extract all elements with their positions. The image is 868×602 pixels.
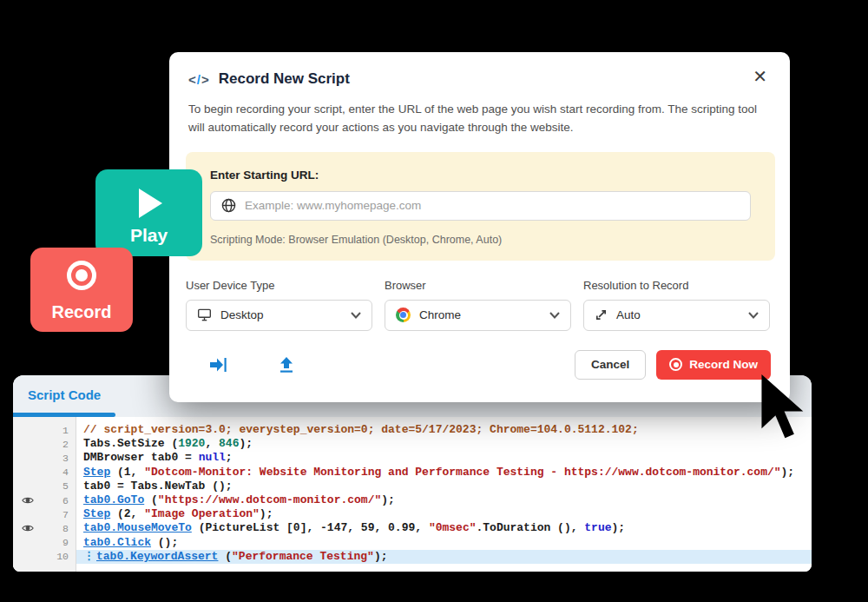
record-now-label: Record Now — [689, 358, 758, 371]
code-line[interactable]: 7Step (2, "Image Operation"); — [13, 507, 812, 521]
resolution-label: Resolution to Record — [583, 279, 770, 292]
import-script-icon[interactable] — [208, 356, 227, 374]
code-line[interactable]: 1// script_version=3.0; everystep_versio… — [13, 423, 812, 437]
record-new-script-modal: </> Record New Script ✕ To begin recordi… — [169, 52, 790, 402]
code-line[interactable]: 6tab0.GoTo ("https://www.dotcom-monitor.… — [13, 493, 812, 507]
code-line[interactable]: 8tab0.MouseMoveTo (PictureList [0], -147… — [13, 521, 812, 535]
resize-diagonal-icon — [595, 308, 608, 321]
chevron-down-icon — [549, 312, 560, 319]
code-text[interactable]: Step (1, "Dotcom-Monitor: Website Monito… — [76, 466, 812, 480]
code-text[interactable]: tab0.Click (); — [76, 536, 812, 550]
line-number: 9 — [43, 537, 76, 548]
device-type-group: User Device Type Desktop — [186, 279, 372, 331]
modal-header: </> Record New Script ✕ — [169, 52, 790, 88]
starting-url-panel: Enter Starting URL: Scripting Mode: Brow… — [186, 152, 775, 261]
code-text[interactable]: tab0.MouseMoveTo (PictureList [0], -147,… — [76, 521, 812, 535]
starting-url-label: Enter Starting URL: — [210, 169, 751, 182]
line-number: 8 — [43, 523, 76, 534]
device-type-label: User Device Type — [186, 279, 372, 292]
drag-handle-icon[interactable]: ⋮ — [83, 550, 94, 563]
eye-icon[interactable] — [13, 496, 43, 505]
modal-footer: Cancel Record Now — [208, 350, 771, 380]
play-label: Play — [95, 225, 202, 246]
options-row: User Device Type Desktop Browser Chrome — [186, 279, 773, 331]
browser-label: Browser — [385, 279, 571, 292]
line-number: 2 — [43, 439, 76, 450]
line-number: 4 — [43, 466, 76, 478]
browser-group: Browser Chrome — [385, 279, 571, 331]
upload-script-icon[interactable] — [278, 356, 295, 374]
tab-script-code[interactable]: Script Code — [28, 387, 101, 402]
scripting-mode-text: Scripting Mode: Browser Emulation (Deskt… — [210, 234, 751, 246]
chevron-down-icon — [351, 312, 361, 319]
code-editor[interactable]: 1// script_version=3.0; everystep_versio… — [13, 417, 812, 572]
play-icon — [139, 189, 162, 218]
record-button[interactable]: Record — [30, 248, 133, 332]
cancel-button[interactable]: Cancel — [575, 350, 646, 380]
code-line[interactable]: 9tab0.Click (); — [13, 536, 812, 550]
starting-url-input[interactable] — [245, 199, 740, 212]
line-number: 10 — [43, 551, 76, 562]
line-number: 3 — [43, 453, 76, 464]
record-icon — [669, 358, 682, 371]
code-line[interactable]: 10⋮tab0.KeywordAssert ("Performance Test… — [13, 550, 812, 564]
code-text[interactable]: tab0.GoTo ("https://www.dotcom-monitor.c… — [76, 493, 812, 507]
resolution-select[interactable]: Auto — [583, 300, 770, 331]
resolution-group: Resolution to Record Auto — [583, 279, 770, 331]
close-icon[interactable]: ✕ — [753, 68, 767, 85]
code-tag-icon: </> — [188, 72, 210, 87]
record-now-button[interactable]: Record Now — [656, 350, 771, 380]
code-text[interactable]: Tabs.SetSize (1920, 846); — [76, 437, 812, 451]
record-icon — [67, 261, 96, 290]
browser-value: Chrome — [419, 308, 461, 321]
code-text[interactable]: Step (2, "Image Operation"); — [76, 507, 812, 521]
line-number: 1 — [43, 425, 76, 436]
code-text[interactable]: tab0 = Tabs.NewTab (); — [76, 480, 812, 493]
url-input-container — [210, 191, 751, 221]
chrome-icon — [396, 308, 411, 322]
code-line[interactable]: 2Tabs.SetSize (1920, 846); — [13, 437, 812, 451]
desktop-monitor-icon — [197, 308, 212, 321]
line-number: 6 — [43, 495, 76, 506]
code-line[interactable]: 4Step (1, "Dotcom-Monitor: Website Monit… — [13, 466, 812, 480]
code-text[interactable]: // script_version=3.0; everystep_version… — [76, 423, 812, 437]
line-number: 5 — [43, 480, 76, 492]
play-button[interactable]: Play — [95, 169, 202, 256]
script-code-panel: Script Code 1// script_version=3.0; ever… — [13, 375, 812, 572]
code-text[interactable]: DMBrowser tab0 = null; — [76, 451, 812, 465]
code-line[interactable]: 5tab0 = Tabs.NewTab (); — [13, 480, 812, 493]
code-lines: 1// script_version=3.0; everystep_versio… — [13, 423, 812, 564]
browser-select[interactable]: Chrome — [385, 300, 571, 331]
modal-title: Record New Script — [219, 70, 350, 88]
record-label: Record — [30, 302, 133, 322]
code-text[interactable]: ⋮tab0.KeywordAssert ("Performance Testin… — [76, 550, 812, 564]
code-line[interactable]: 3DMBrowser tab0 = null; — [13, 451, 812, 465]
device-type-select[interactable]: Desktop — [186, 300, 372, 331]
device-type-value: Desktop — [220, 308, 264, 321]
line-number: 7 — [43, 509, 76, 520]
modal-description: To begin recording your script, enter th… — [188, 101, 768, 137]
globe-icon — [221, 198, 236, 213]
chevron-down-icon — [748, 312, 759, 319]
resolution-value: Auto — [616, 308, 641, 321]
eye-icon[interactable] — [13, 524, 43, 533]
